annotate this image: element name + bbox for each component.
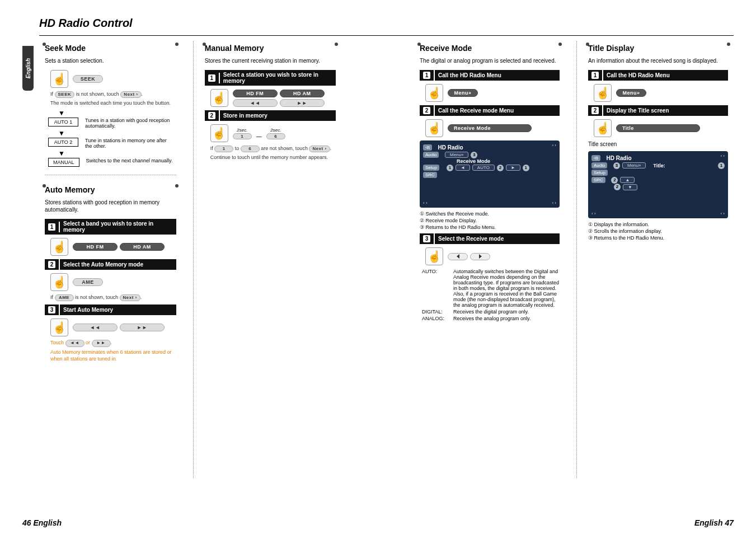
arrow-down-icon: ▼ bbox=[58, 129, 176, 137]
callout-item: ② Scrolls the information display. bbox=[588, 228, 728, 234]
auto2-desc: Tune in stations in memory one after the… bbox=[85, 138, 175, 149]
hd-am-button[interactable]: HD AM bbox=[120, 243, 165, 251]
next-button-inline: Next › bbox=[120, 91, 141, 98]
hand-icon: ☝ bbox=[210, 89, 228, 107]
setup-tab[interactable]: Setup bbox=[423, 165, 439, 171]
left-arrow-pill[interactable]: ◄ bbox=[456, 165, 470, 171]
back-tab[interactable]: ‹B bbox=[591, 155, 600, 161]
down-arrow-pill[interactable]: ▼ bbox=[623, 184, 637, 190]
preset-6-button[interactable]: 6 bbox=[266, 133, 285, 139]
step-bar: 3 Select the Receive mode bbox=[420, 233, 560, 244]
right-arrow-pill[interactable]: ► bbox=[506, 165, 520, 171]
receive-mode-desc: The digital or analog program is selecte… bbox=[420, 57, 560, 64]
opt-analog-val: Receives the analog program only. bbox=[453, 316, 560, 321]
preset-1-button[interactable]: 1 bbox=[233, 133, 252, 139]
screen-nav-bl-icon: ‹ › bbox=[423, 200, 428, 205]
screen-header: HD Radio bbox=[438, 144, 463, 151]
step-bar: 3 Start Auto Memory bbox=[45, 305, 176, 315]
menu-button[interactable]: Menu» bbox=[448, 89, 478, 97]
title-screen: ‹ › ‹B HD Radio Audio 3Menu» Title:1 Set… bbox=[588, 151, 728, 218]
opt-digital-val: Receives the digital program only. bbox=[453, 309, 560, 315]
src-tab[interactable]: SRC bbox=[591, 177, 605, 183]
hand-icon: ☝ bbox=[210, 124, 228, 142]
auto1-desc: Tunes in a station with good reception a… bbox=[85, 118, 175, 129]
section-separator bbox=[45, 175, 176, 175]
hd-fm-button[interactable]: HD FM bbox=[73, 243, 118, 251]
hand-icon: ☝ bbox=[425, 119, 443, 137]
screen-nav-icon: ‹ › bbox=[720, 153, 725, 158]
manual-mode: MANUAL bbox=[48, 158, 79, 167]
callout-1: 1 bbox=[447, 165, 453, 171]
nav-right-button[interactable] bbox=[470, 253, 490, 260]
opt-auto-key: AUTO: bbox=[422, 269, 450, 308]
callout-1b: 1 bbox=[523, 165, 529, 171]
hand-icon: ☝ bbox=[594, 119, 612, 137]
setup-tab[interactable]: Setup bbox=[591, 170, 608, 176]
back-tab[interactable]: ‹B bbox=[423, 144, 432, 151]
audio-tab[interactable]: Audio bbox=[591, 162, 607, 168]
title-screen-caption: Title screen bbox=[588, 140, 728, 148]
callout-item: ① Switches the Receive mode. bbox=[420, 211, 560, 217]
step-label: Display the Title screen bbox=[603, 106, 673, 115]
screen-nav-bl-icon: ‹ › bbox=[591, 211, 596, 216]
title-button[interactable]: Title bbox=[616, 124, 700, 132]
mm-note-cont: Continue to touch until the memory numbe… bbox=[210, 154, 336, 161]
page-number-right: English 47 bbox=[694, 518, 734, 527]
two-sec-label: 2sec. bbox=[266, 128, 285, 133]
hand-icon: ☝ bbox=[50, 70, 68, 88]
title-field-label: Title: bbox=[653, 163, 665, 168]
auto-mem-tip1: Touch ◄◄ or ►►. bbox=[50, 340, 176, 346]
receive-callout-list: ① Switches the Receive mode. ② Receive m… bbox=[420, 211, 560, 230]
seek-button[interactable]: SEEK bbox=[73, 75, 103, 83]
step-label: Call the HD Radio Menu bbox=[435, 71, 505, 80]
screen-nav-icon: ‹ › bbox=[552, 143, 556, 148]
page-gutter bbox=[353, 41, 403, 478]
fwd-inline: ►► bbox=[92, 340, 111, 346]
callout-2: 2 bbox=[611, 177, 618, 184]
up-arrow-pill[interactable]: ▲ bbox=[620, 177, 635, 183]
fwd-button[interactable]: ►► bbox=[280, 99, 325, 107]
menu-pill[interactable]: Menu» bbox=[445, 152, 468, 158]
column-seek-auto: Seek Mode Sets a station selection. ☝ SE… bbox=[39, 41, 182, 478]
page-number-left: 46 English bbox=[22, 518, 62, 527]
fwd-button[interactable]: ►► bbox=[120, 324, 165, 331]
next-button-inline: Next › bbox=[120, 294, 140, 301]
seek-mode-desc: Sets a station selection. bbox=[45, 57, 176, 64]
auto-memory-title: Auto Memory bbox=[45, 185, 176, 194]
menu-pill[interactable]: Menu» bbox=[622, 162, 646, 168]
auto1-mode: AUTO 1 bbox=[48, 118, 78, 127]
hd-fm-button[interactable]: HD FM bbox=[233, 90, 278, 97]
mm-note-if: If 1 to 6 are not shown, touch Next ›. bbox=[210, 146, 336, 152]
hand-icon: ☝ bbox=[50, 238, 68, 256]
seek-note-if: If SEEK is not shown, touch Next ›. bbox=[50, 91, 176, 98]
next-button-inline: Next › bbox=[309, 146, 330, 152]
step-label: Call the HD Radio Menu bbox=[603, 71, 673, 80]
receive-mode-title: Receive Mode bbox=[420, 44, 560, 53]
step-label: Select a band you wish to store in memor… bbox=[60, 219, 176, 235]
hd-am-button[interactable]: HD AM bbox=[280, 90, 325, 97]
step-label: Call the Receive mode Menu bbox=[435, 106, 517, 115]
two-sec-label: 2sec. bbox=[233, 128, 252, 133]
ame-button[interactable]: AME bbox=[73, 278, 103, 286]
arrow-down-icon: ▼ bbox=[58, 149, 176, 157]
auto2-mode: AUTO 2 bbox=[48, 138, 78, 147]
callout-2: 2 bbox=[497, 165, 504, 171]
step-bar: 1 Call the HD Radio Menu bbox=[588, 70, 728, 81]
title-callout-list: ① Displays the information. ② Scrolls th… bbox=[588, 222, 728, 241]
receive-mode-button[interactable]: Receive Mode bbox=[448, 124, 532, 132]
nav-left-button[interactable] bbox=[448, 253, 468, 260]
step-bar: 2 Store in memory bbox=[205, 110, 336, 121]
prev-button[interactable]: ◄◄ bbox=[233, 99, 278, 107]
prev-button[interactable]: ◄◄ bbox=[73, 324, 118, 331]
menu-button[interactable]: Menu» bbox=[616, 89, 646, 97]
step-bar: 2 Display the Title screen bbox=[588, 105, 728, 116]
screen-header: HD Radio bbox=[607, 155, 632, 161]
audio-tab[interactable]: Audio bbox=[423, 152, 439, 158]
step-bar: 2 Call the Receive mode Menu bbox=[420, 105, 560, 116]
ame-button-inline: AME bbox=[55, 294, 74, 301]
hand-icon: ☝ bbox=[425, 84, 443, 102]
callout-1: 1 bbox=[718, 162, 725, 169]
auto-pill: AUTO bbox=[472, 165, 495, 171]
src-tab[interactable]: SRC bbox=[423, 172, 437, 178]
callout-item: ③ Returns to the HD Radio Menu. bbox=[420, 224, 560, 230]
